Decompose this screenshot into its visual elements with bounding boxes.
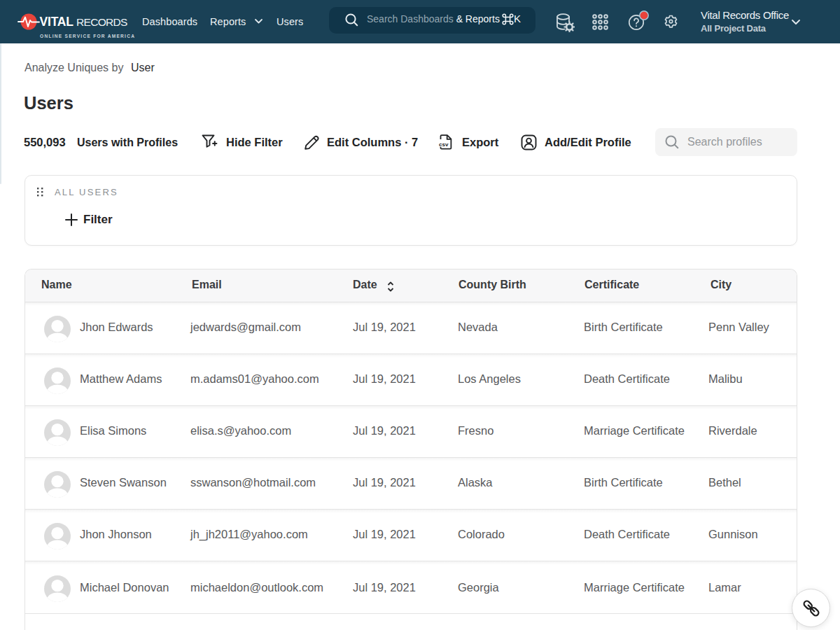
svg-text:RECORDS: RECORDS (76, 16, 127, 28)
svg-text:ONLINE SERVICE FOR AMERICA: ONLINE SERVICE FOR AMERICA (40, 34, 135, 38)
svg-text:csv: csv (439, 141, 449, 148)
svg-text:VITAL: VITAL (40, 15, 74, 29)
